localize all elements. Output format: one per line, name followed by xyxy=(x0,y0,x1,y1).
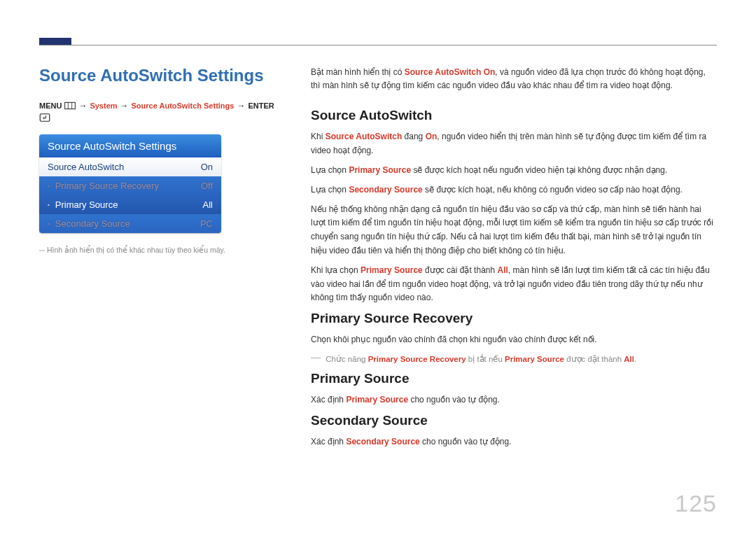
osd-row-label: •Primary Source Recovery xyxy=(48,181,159,191)
header-accent-block xyxy=(39,38,71,45)
section-title-source-autoswitch: Source AutoSwitch xyxy=(311,108,717,123)
breadcrumb-system: System xyxy=(90,101,117,110)
body-text: Chọn khôi phục nguồn vào chính đã chọn k… xyxy=(311,333,717,347)
svg-rect-0 xyxy=(65,102,76,108)
arrow-icon: → xyxy=(120,101,129,111)
breadcrumb-enter: ENTER xyxy=(248,101,274,110)
osd-row-value: Off xyxy=(201,181,213,191)
osd-row-secondary-source[interactable]: •Secondary Source PC xyxy=(39,214,221,233)
header-rule xyxy=(39,45,717,45)
osd-row-source-autoswitch[interactable]: Source AutoSwitch On xyxy=(39,157,221,176)
breadcrumb-menu: MENU xyxy=(39,101,62,110)
breadcrumb: MENU → System → Source AutoSwitch Settin… xyxy=(39,101,277,122)
osd-row-label: •Primary Source xyxy=(48,199,118,210)
section-title-primary-source: Primary Source xyxy=(311,371,717,386)
image-caption: Hình ảnh hiển thị có thể khác nhau tùy t… xyxy=(39,246,277,254)
left-column: Source AutoSwitch Settings MENU → System… xyxy=(39,66,277,506)
arrow-icon: → xyxy=(237,101,245,111)
osd-title: Source AutoSwitch Settings xyxy=(39,134,221,157)
section-title-primary-source-recovery: Primary Source Recovery xyxy=(311,311,717,326)
body-text: Lựa chọn Primary Source sẽ được kích hoạ… xyxy=(311,164,717,178)
osd-row-value: All xyxy=(203,199,213,210)
dash-icon xyxy=(311,358,321,358)
breadcrumb-settings: Source AutoSwitch Settings xyxy=(132,101,234,110)
osd-preview-panel: Source AutoSwitch Settings Source AutoSw… xyxy=(39,134,221,233)
arrow-icon: → xyxy=(78,101,87,111)
page-content: Source AutoSwitch Settings MENU → System… xyxy=(39,66,717,506)
svg-rect-3 xyxy=(40,114,50,122)
section-title-secondary-source: Secondary Source xyxy=(311,413,717,428)
page-number: 125 xyxy=(675,490,717,517)
osd-row-label: Source AutoSwitch xyxy=(48,162,124,172)
osd-row-primary-source[interactable]: •Primary Source All xyxy=(39,195,221,214)
body-text: Lựa chọn Secondary Source sẽ được kích h… xyxy=(311,183,717,197)
menu-icon xyxy=(64,101,76,110)
page-title: Source AutoSwitch Settings xyxy=(39,66,277,85)
osd-row-value: On xyxy=(201,162,213,172)
right-column: Bật màn hình hiển thị có Source AutoSwit… xyxy=(311,66,717,506)
note-text: Chức năng Primary Source Recovery bị tắt… xyxy=(311,353,717,365)
enter-icon xyxy=(39,113,50,122)
body-text: Khi Source AutoSwitch đang On, nguồn vid… xyxy=(311,130,717,158)
body-text: Nếu hệ thống không nhận dạng cả nguồn tí… xyxy=(311,203,717,258)
intro-paragraph: Bật màn hình hiển thị có Source AutoSwit… xyxy=(311,66,717,92)
body-text: Xác định Primary Source cho nguồn vào tự… xyxy=(311,393,717,407)
osd-row-primary-source-recovery[interactable]: •Primary Source Recovery Off xyxy=(39,176,221,195)
osd-row-value: PC xyxy=(200,218,213,229)
body-text: Khi lựa chọn Primary Source được cài đặt… xyxy=(311,264,717,305)
body-text: Xác định Secondary Source cho nguồn vào … xyxy=(311,435,717,449)
osd-row-label: •Secondary Source xyxy=(48,218,130,229)
